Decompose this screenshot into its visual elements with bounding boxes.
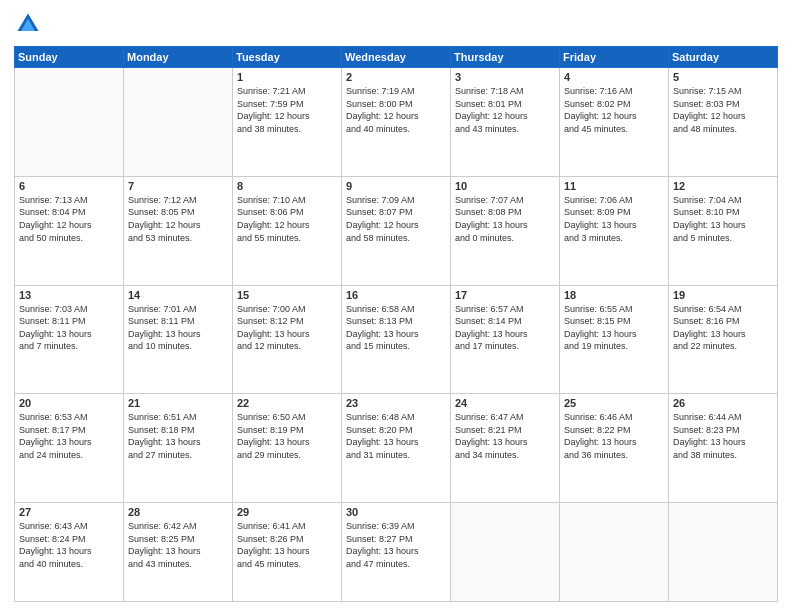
cell-info: Sunrise: 6:57 AM Sunset: 8:14 PM Dayligh… — [455, 303, 555, 353]
day-number: 6 — [19, 180, 119, 192]
cell-info: Sunrise: 6:42 AM Sunset: 8:25 PM Dayligh… — [128, 520, 228, 570]
day-number: 22 — [237, 397, 337, 409]
cell-info: Sunrise: 6:55 AM Sunset: 8:15 PM Dayligh… — [564, 303, 664, 353]
cell-info: Sunrise: 6:50 AM Sunset: 8:19 PM Dayligh… — [237, 411, 337, 461]
day-number: 23 — [346, 397, 446, 409]
calendar-week-row: 20Sunrise: 6:53 AM Sunset: 8:17 PM Dayli… — [15, 394, 778, 503]
day-number: 26 — [673, 397, 773, 409]
calendar-cell — [451, 503, 560, 602]
day-number: 27 — [19, 506, 119, 518]
weekday-header: Sunday — [15, 47, 124, 68]
calendar-week-row: 13Sunrise: 7:03 AM Sunset: 8:11 PM Dayli… — [15, 285, 778, 394]
day-number: 12 — [673, 180, 773, 192]
calendar-cell: 14Sunrise: 7:01 AM Sunset: 8:11 PM Dayli… — [124, 285, 233, 394]
cell-info: Sunrise: 7:12 AM Sunset: 8:05 PM Dayligh… — [128, 194, 228, 244]
calendar-header-row: SundayMondayTuesdayWednesdayThursdayFrid… — [15, 47, 778, 68]
day-number: 8 — [237, 180, 337, 192]
day-number: 20 — [19, 397, 119, 409]
day-number: 16 — [346, 289, 446, 301]
calendar-cell: 15Sunrise: 7:00 AM Sunset: 8:12 PM Dayli… — [233, 285, 342, 394]
weekday-header: Tuesday — [233, 47, 342, 68]
cell-info: Sunrise: 6:43 AM Sunset: 8:24 PM Dayligh… — [19, 520, 119, 570]
cell-info: Sunrise: 7:06 AM Sunset: 8:09 PM Dayligh… — [564, 194, 664, 244]
calendar-cell: 5Sunrise: 7:15 AM Sunset: 8:03 PM Daylig… — [669, 68, 778, 177]
calendar-cell: 12Sunrise: 7:04 AM Sunset: 8:10 PM Dayli… — [669, 176, 778, 285]
day-number: 5 — [673, 71, 773, 83]
day-number: 7 — [128, 180, 228, 192]
calendar-cell — [124, 68, 233, 177]
cell-info: Sunrise: 6:51 AM Sunset: 8:18 PM Dayligh… — [128, 411, 228, 461]
calendar-cell: 11Sunrise: 7:06 AM Sunset: 8:09 PM Dayli… — [560, 176, 669, 285]
calendar-table: SundayMondayTuesdayWednesdayThursdayFrid… — [14, 46, 778, 602]
calendar-cell: 1Sunrise: 7:21 AM Sunset: 7:59 PM Daylig… — [233, 68, 342, 177]
calendar-cell: 17Sunrise: 6:57 AM Sunset: 8:14 PM Dayli… — [451, 285, 560, 394]
calendar-cell: 20Sunrise: 6:53 AM Sunset: 8:17 PM Dayli… — [15, 394, 124, 503]
cell-info: Sunrise: 7:15 AM Sunset: 8:03 PM Dayligh… — [673, 85, 773, 135]
day-number: 18 — [564, 289, 664, 301]
page: SundayMondayTuesdayWednesdayThursdayFrid… — [0, 0, 792, 612]
calendar-cell: 23Sunrise: 6:48 AM Sunset: 8:20 PM Dayli… — [342, 394, 451, 503]
calendar-cell: 21Sunrise: 6:51 AM Sunset: 8:18 PM Dayli… — [124, 394, 233, 503]
calendar-cell: 16Sunrise: 6:58 AM Sunset: 8:13 PM Dayli… — [342, 285, 451, 394]
day-number: 30 — [346, 506, 446, 518]
cell-info: Sunrise: 6:44 AM Sunset: 8:23 PM Dayligh… — [673, 411, 773, 461]
calendar-cell: 19Sunrise: 6:54 AM Sunset: 8:16 PM Dayli… — [669, 285, 778, 394]
calendar-cell: 2Sunrise: 7:19 AM Sunset: 8:00 PM Daylig… — [342, 68, 451, 177]
weekday-header: Wednesday — [342, 47, 451, 68]
calendar-cell: 3Sunrise: 7:18 AM Sunset: 8:01 PM Daylig… — [451, 68, 560, 177]
calendar-cell: 26Sunrise: 6:44 AM Sunset: 8:23 PM Dayli… — [669, 394, 778, 503]
header — [14, 10, 778, 38]
cell-info: Sunrise: 7:10 AM Sunset: 8:06 PM Dayligh… — [237, 194, 337, 244]
day-number: 2 — [346, 71, 446, 83]
calendar-cell: 28Sunrise: 6:42 AM Sunset: 8:25 PM Dayli… — [124, 503, 233, 602]
logo-icon — [14, 10, 42, 38]
cell-info: Sunrise: 7:01 AM Sunset: 8:11 PM Dayligh… — [128, 303, 228, 353]
cell-info: Sunrise: 7:04 AM Sunset: 8:10 PM Dayligh… — [673, 194, 773, 244]
cell-info: Sunrise: 7:09 AM Sunset: 8:07 PM Dayligh… — [346, 194, 446, 244]
calendar-week-row: 27Sunrise: 6:43 AM Sunset: 8:24 PM Dayli… — [15, 503, 778, 602]
cell-info: Sunrise: 7:03 AM Sunset: 8:11 PM Dayligh… — [19, 303, 119, 353]
day-number: 10 — [455, 180, 555, 192]
cell-info: Sunrise: 6:46 AM Sunset: 8:22 PM Dayligh… — [564, 411, 664, 461]
calendar-cell: 27Sunrise: 6:43 AM Sunset: 8:24 PM Dayli… — [15, 503, 124, 602]
calendar-cell: 10Sunrise: 7:07 AM Sunset: 8:08 PM Dayli… — [451, 176, 560, 285]
calendar-cell — [15, 68, 124, 177]
day-number: 24 — [455, 397, 555, 409]
calendar-cell: 9Sunrise: 7:09 AM Sunset: 8:07 PM Daylig… — [342, 176, 451, 285]
calendar-cell — [669, 503, 778, 602]
day-number: 11 — [564, 180, 664, 192]
cell-info: Sunrise: 7:13 AM Sunset: 8:04 PM Dayligh… — [19, 194, 119, 244]
logo — [14, 10, 46, 38]
calendar-cell: 8Sunrise: 7:10 AM Sunset: 8:06 PM Daylig… — [233, 176, 342, 285]
calendar-cell: 29Sunrise: 6:41 AM Sunset: 8:26 PM Dayli… — [233, 503, 342, 602]
calendar-cell: 22Sunrise: 6:50 AM Sunset: 8:19 PM Dayli… — [233, 394, 342, 503]
weekday-header: Saturday — [669, 47, 778, 68]
weekday-header: Thursday — [451, 47, 560, 68]
cell-info: Sunrise: 6:41 AM Sunset: 8:26 PM Dayligh… — [237, 520, 337, 570]
weekday-header: Monday — [124, 47, 233, 68]
cell-info: Sunrise: 6:54 AM Sunset: 8:16 PM Dayligh… — [673, 303, 773, 353]
calendar-cell: 7Sunrise: 7:12 AM Sunset: 8:05 PM Daylig… — [124, 176, 233, 285]
day-number: 21 — [128, 397, 228, 409]
calendar-cell: 24Sunrise: 6:47 AM Sunset: 8:21 PM Dayli… — [451, 394, 560, 503]
calendar-cell: 25Sunrise: 6:46 AM Sunset: 8:22 PM Dayli… — [560, 394, 669, 503]
cell-info: Sunrise: 7:19 AM Sunset: 8:00 PM Dayligh… — [346, 85, 446, 135]
calendar-cell: 4Sunrise: 7:16 AM Sunset: 8:02 PM Daylig… — [560, 68, 669, 177]
calendar-cell: 6Sunrise: 7:13 AM Sunset: 8:04 PM Daylig… — [15, 176, 124, 285]
cell-info: Sunrise: 7:07 AM Sunset: 8:08 PM Dayligh… — [455, 194, 555, 244]
day-number: 9 — [346, 180, 446, 192]
cell-info: Sunrise: 7:18 AM Sunset: 8:01 PM Dayligh… — [455, 85, 555, 135]
cell-info: Sunrise: 7:00 AM Sunset: 8:12 PM Dayligh… — [237, 303, 337, 353]
cell-info: Sunrise: 7:21 AM Sunset: 7:59 PM Dayligh… — [237, 85, 337, 135]
calendar-cell: 30Sunrise: 6:39 AM Sunset: 8:27 PM Dayli… — [342, 503, 451, 602]
calendar-cell: 13Sunrise: 7:03 AM Sunset: 8:11 PM Dayli… — [15, 285, 124, 394]
day-number: 3 — [455, 71, 555, 83]
day-number: 28 — [128, 506, 228, 518]
day-number: 19 — [673, 289, 773, 301]
weekday-header: Friday — [560, 47, 669, 68]
day-number: 29 — [237, 506, 337, 518]
day-number: 4 — [564, 71, 664, 83]
calendar-cell: 18Sunrise: 6:55 AM Sunset: 8:15 PM Dayli… — [560, 285, 669, 394]
day-number: 17 — [455, 289, 555, 301]
cell-info: Sunrise: 6:58 AM Sunset: 8:13 PM Dayligh… — [346, 303, 446, 353]
